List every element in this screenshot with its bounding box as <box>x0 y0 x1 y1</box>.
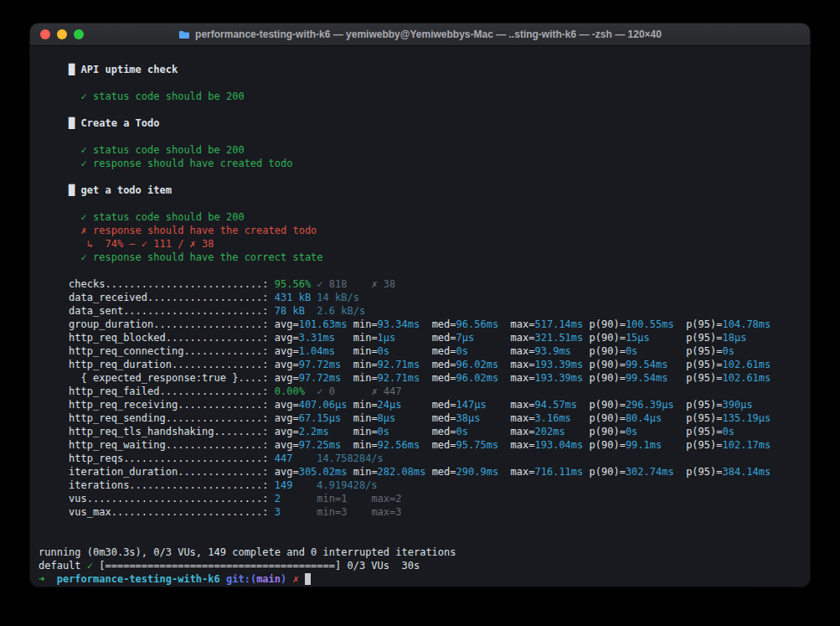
terminal-line: { expected_response:true }....: avg=97.7… <box>39 371 801 385</box>
text-segment: 1.04ms <box>299 345 353 357</box>
text-segment: 302.74ms <box>626 466 686 478</box>
text-segment: p(90)= <box>590 318 626 330</box>
text-segment: 2.6 kB/s <box>317 305 365 317</box>
text-segment: 0s <box>456 426 511 437</box>
text-segment: git:( <box>226 573 256 585</box>
text-segment: p(95)= <box>686 332 722 344</box>
text-segment: 7µs <box>456 332 511 344</box>
text-segment: 3.16ms <box>534 412 589 424</box>
minimize-button[interactable] <box>57 29 67 39</box>
text-segment: p(90)= <box>590 332 626 344</box>
text-segment: 97.72ms <box>299 372 353 384</box>
text-segment: http_req_receiving..............: <box>39 399 275 411</box>
terminal-window: performance-testing-with-k6 — yemiwebby@… <box>30 23 810 587</box>
terminal-line: http_req_blocked................: avg=3.… <box>39 331 801 344</box>
text-segment: 282.08ms <box>378 466 432 478</box>
text-segment: p(95)= <box>686 359 722 370</box>
text-segment: 14.758284/s <box>317 453 383 464</box>
titlebar[interactable]: performance-testing-with-k6 — yemiwebby@… <box>30 23 810 46</box>
text-segment: p(90)= <box>590 426 626 437</box>
text-segment: 38µs <box>456 412 511 424</box>
terminal-line: █ get a todo item <box>39 184 801 197</box>
text-segment: http_req_sending................: <box>39 412 275 424</box>
text-segment: p(95)= <box>686 318 722 330</box>
text-segment: 8µs <box>378 412 432 424</box>
text-segment: max= <box>511 372 535 384</box>
text-segment: 0s <box>378 345 432 357</box>
text-segment: default <box>39 560 87 572</box>
text-segment: data_received...................: <box>39 292 275 303</box>
text-segment: { expected_response:true }....: <box>39 372 275 384</box>
text-segment: 18µs <box>722 332 746 344</box>
desktop-background: performance-testing-with-k6 — yemiwebby@… <box>0 0 840 626</box>
text-segment: min= <box>353 399 378 411</box>
text-segment: min=1 <box>317 493 371 504</box>
terminal-line: data_sent.......................: 78 kB … <box>39 304 801 318</box>
zoom-button[interactable] <box>74 29 84 39</box>
text-segment: 2 <box>275 493 317 504</box>
text-segment: 93.9ms <box>534 345 589 357</box>
text-segment: med= <box>432 466 456 478</box>
text-segment: 95.75ms <box>456 439 511 451</box>
text-segment: vus_max.........................: <box>39 506 275 518</box>
text-segment: p(95)= <box>686 345 722 357</box>
terminal-body[interactable]: █ API uptime check ✓ status code should … <box>30 46 810 587</box>
text-segment: 24µs <box>378 399 432 411</box>
close-button[interactable] <box>40 29 50 39</box>
text-segment: max= <box>511 466 535 478</box>
text-segment: max= <box>511 345 535 357</box>
text-segment: ✓ <box>87 560 93 572</box>
terminal-line: █ API uptime check <box>39 63 801 76</box>
text-segment: █ Create a Todo <box>39 117 160 129</box>
terminal-line: http_req_sending................: avg=67… <box>39 411 801 425</box>
text-segment: 0s <box>378 426 432 437</box>
text-segment: ) <box>281 573 292 585</box>
text-segment: p(95)= <box>686 412 722 424</box>
text-segment: 102.61ms <box>722 359 770 370</box>
text-segment: min= <box>353 345 378 357</box>
window-title-text: performance-testing-with-k6 — yemiwebby@… <box>195 28 662 40</box>
text-segment: ✓ 818 <box>317 278 371 290</box>
terminal-line <box>39 76 801 90</box>
terminal-line: ✗ response should have the created todo <box>39 224 801 237</box>
text-segment: 0s <box>722 426 734 437</box>
text-segment: 135.19µs <box>722 412 770 424</box>
text-segment <box>220 573 226 585</box>
text-segment: p(90)= <box>590 372 626 384</box>
terminal-line: http_reqs.......................: 447 14… <box>39 452 801 465</box>
text-segment: med= <box>432 332 456 344</box>
text-segment: █ get a todo item <box>39 184 172 196</box>
text-segment: vus.............................: <box>39 493 275 504</box>
terminal-line: default ✓ [=============================… <box>39 559 801 572</box>
text-segment: 517.14ms <box>534 318 589 330</box>
terminal-line: group_duration..................: avg=10… <box>39 318 801 331</box>
text-segment: ✓ response should have created todo <box>39 158 292 169</box>
text-segment: ↳ 74% — ✓ 111 / ✗ 38 <box>39 238 214 250</box>
text-segment: group_duration..................: <box>39 318 275 330</box>
text-segment: iterations......................: <box>39 479 275 491</box>
text-segment: http_req_failed.................: <box>39 385 275 397</box>
text-segment: 100.55ms <box>626 318 686 330</box>
text-segment: performance-testing-with-k6 <box>57 573 220 585</box>
text-segment: 716.11ms <box>534 466 589 478</box>
text-segment: p(90)= <box>590 399 626 411</box>
text-segment: http_req_tls_handshaking........: <box>39 426 275 437</box>
terminal-line <box>39 264 801 277</box>
text-segment: 102.17ms <box>722 439 770 451</box>
text-segment: 95.56% <box>275 278 317 290</box>
terminal-line: http_req_duration...............: avg=97… <box>39 358 801 371</box>
terminal-line: http_req_waiting................: avg=97… <box>39 438 801 452</box>
text-segment: p(90)= <box>590 412 626 424</box>
text-segment: med= <box>432 412 456 424</box>
terminal-line: http_req_receiving..............: avg=40… <box>39 398 801 411</box>
text-segment: http_req_duration...............: <box>39 359 275 370</box>
text-segment: avg= <box>275 318 299 330</box>
text-segment: 96.02ms <box>456 372 511 384</box>
text-segment: 1µs <box>378 332 432 344</box>
terminal-line: checks..........................: 95.56%… <box>39 277 801 291</box>
text-segment: data_sent.......................: <box>39 305 275 317</box>
terminal-line: http_req_connecting.............: avg=1.… <box>39 344 801 358</box>
text-segment: 193.04ms <box>534 439 589 451</box>
terminal-line <box>39 170 801 184</box>
text-segment: http_req_waiting................: <box>39 439 275 451</box>
